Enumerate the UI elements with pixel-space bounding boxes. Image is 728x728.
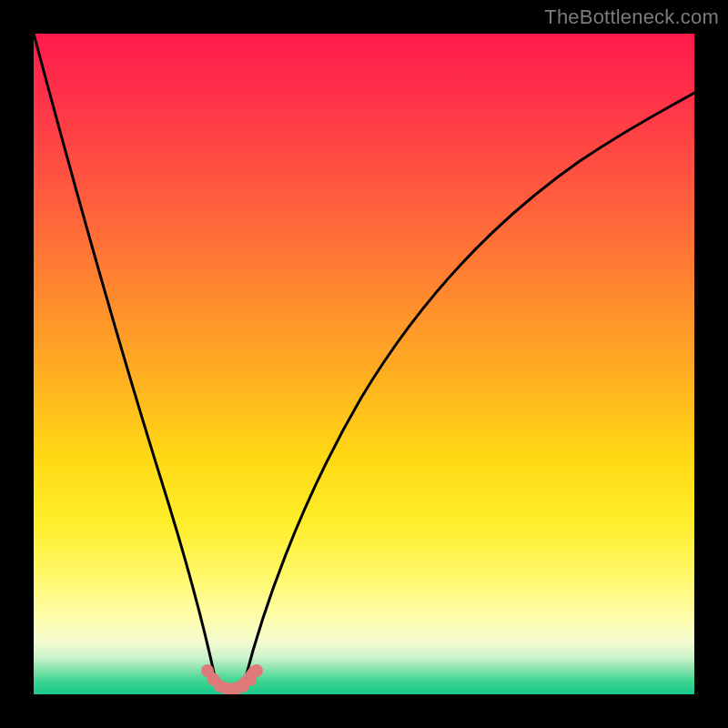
chart-frame: TheBottleneck.com: [0, 0, 728, 728]
curve-left-branch: [34, 34, 216, 681]
svg-point-7: [250, 664, 263, 677]
attribution-label: TheBottleneck.com: [544, 5, 719, 29]
curve-right-branch: [245, 93, 694, 681]
trough-markers: [201, 664, 263, 694]
plot-area: [34, 34, 694, 694]
bottleneck-curve: [34, 34, 694, 694]
